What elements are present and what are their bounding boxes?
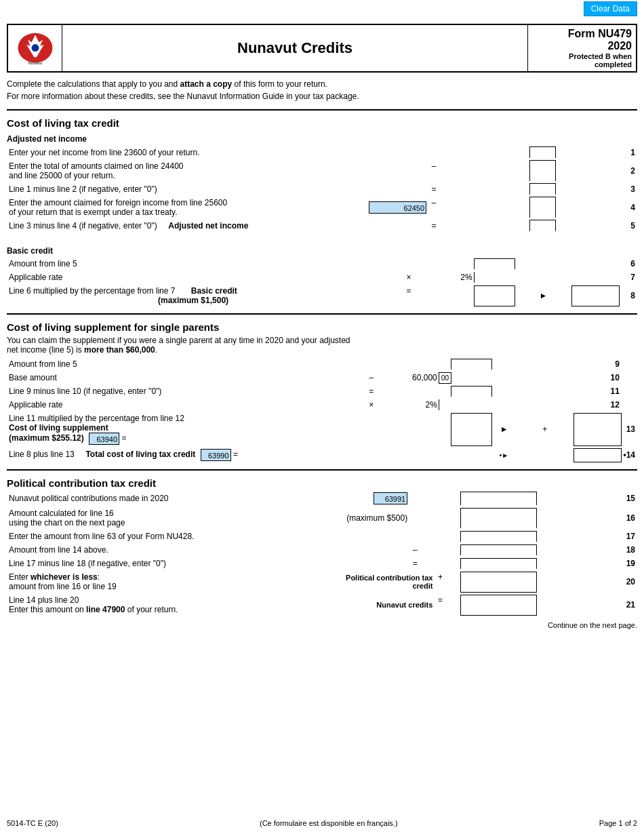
op-equals-8: = [404,285,414,296]
footer-form-code: 5014-TC E (20) [7,819,58,827]
op-minus: – [429,161,439,172]
table-row: Enter the amount from line 63 of your Fo… [7,531,637,542]
table-row: Line 1 minus line 2 (if negative, enter … [7,184,637,195]
footer-center: (Ce formulaire est disponible en françai… [260,819,398,827]
svg-point-2 [31,44,39,52]
table-row: Line 17 minus line 18 (if negative, ente… [7,558,637,569]
row11-label: Line 9 minus line 10 (if negative, enter… [7,386,298,397]
title-text: Nunavut Credits [237,39,353,57]
line-num-4: 4 [618,197,637,218]
line-num-5: 5 [618,220,637,231]
form-title: Nunavut Credits [62,25,527,71]
row12-label: Applicable rate [7,399,298,410]
table-row: Applicable rate × 2% 12 [7,399,637,410]
form-number-area: Form NU479 2020 Protected B when complet… [527,25,636,71]
political-contribution-table: Nunavut political contributions made in … [7,492,637,616]
line-num-9: 9 [574,359,622,370]
intro-line2: For more information about these credits… [7,90,637,102]
table-row: Base amount – 60,000 00 10 [7,372,637,383]
political-contribution-title: Political contribution tax credit [7,477,637,489]
table-row: Nunavut political contributions made in … [7,492,637,505]
form-footer: 5014-TC E (20) (Ce formulaire est dispon… [7,819,637,827]
op-equals-3: = [429,184,439,195]
table-row: Line 14 plus line 20 Enter this amount o… [7,595,637,615]
row1-label: Enter your net income from line 23600 of… [7,147,354,158]
table-row: Line 8 plus line 13 Total cost of living… [7,448,637,462]
op-equals-11: = [367,386,376,397]
line-num-16: 16 [624,508,637,528]
basic-credit-title: Basic credit [7,246,637,256]
row18-label: Amount from line 14 above. [7,544,335,555]
line-num-12: 12 [574,399,622,410]
table-row: Amount calculated for line 16using the c… [7,508,637,528]
row2-label: Enter the total of amounts claimed on li… [7,161,354,181]
line-num-17: 17 [624,531,637,542]
intro-section: Complete the calculations that apply to … [7,78,637,102]
single-parents-desc: You can claim the supplement if you were… [7,336,637,355]
continue-text: Continue on the next page. [7,621,637,629]
table-row: Line 3 minus line 4 (if negative, enter … [7,220,637,231]
single-parents-table: Amount from line 5 9 Base amount – 60,00… [7,359,637,462]
line-num-18: 18 [624,544,637,555]
form-number: Form NU479 2020 [568,28,632,52]
line-num-6: 6 [572,258,637,269]
logo-container: Nunavut [8,25,62,71]
line-num-1: 1 [618,147,637,158]
adjusted-net-income-title: Adjusted net income [7,134,637,144]
line-num-21: 21 [624,595,637,615]
line-num-3: 3 [618,184,637,195]
table-row: Enter the total of amounts claimed on li… [7,161,637,181]
protected-label: Protected B when completed [532,52,632,68]
footer-page: Page 1 of 2 [599,819,637,827]
row14-label: Line 8 plus line 13 Total cost of living… [7,448,298,462]
line-num-14: •14 [622,448,637,462]
table-row: Enter the amount claimed for foreign inc… [7,197,637,218]
clear-data-button[interactable]: Clear Data [584,1,637,16]
line-num-13: 13 [622,413,637,445]
op-plus-20: + [435,572,445,582]
row5-label: Line 3 minus line 4 (if negative, enter … [7,220,354,231]
field-63991[interactable]: 63991 [374,492,407,504]
line-num-10: 10 [574,372,622,383]
table-row: Line 11 multiplied by the percentage fro… [7,413,637,445]
row16-label: Amount calculated for line 16using the c… [7,508,335,528]
op-minus-4: – [429,197,439,208]
row17-label: Enter the amount from line 63 of your Fo… [7,531,335,542]
table-row: Enter your net income from line 23600 of… [7,147,637,158]
nunavut-logo: Nunavut [15,31,56,65]
row8-label: Line 6 multiplied by the percentage from… [7,285,336,306]
op-times-12: × [367,399,376,410]
row10-label: Base amount [7,372,298,383]
line-num-11: 11 [574,386,622,397]
table-row: Enter whichever is less: amount from lin… [7,572,637,592]
op-times-7: × [404,272,414,283]
table-row: Amount from line 5 9 [7,359,637,370]
row15-label: Nunavut political contributions made in … [7,492,335,505]
row9-label: Amount from line 5 [7,359,298,370]
op-equals-21: = [435,595,445,605]
line-num-20: 20 [624,572,637,592]
svg-text:Nunavut: Nunavut [28,61,42,65]
line-num-8: 8 [620,285,637,306]
table-row: Amount from line 5 6 [7,258,637,269]
basic-credit-table: Amount from line 5 6 Applicable rate × 2… [7,258,637,306]
form-header: Nunavut Nunavut Credits Form NU479 2020 … [7,24,637,73]
table-row: Line 6 multiplied by the percentage from… [7,285,637,306]
single-parents-title: Cost of living supplement for single par… [7,321,637,333]
row13-label: Line 11 multiplied by the percentage fro… [7,413,298,445]
row7-label: Applicable rate [7,272,336,283]
field-62450[interactable]: 62450 [369,201,426,214]
op-equals-5: = [429,220,439,231]
intro-line1: Complete the calculations that apply to … [7,78,637,90]
op-minus-18: – [410,544,420,555]
row20-label: Enter whichever is less: amount from lin… [7,572,335,592]
line-num-19: 19 [624,558,637,569]
op-minus-10: – [367,372,376,383]
line-num-2: 2 [618,161,637,181]
line-num-7: 7 [572,272,637,283]
table-row: Applicable rate × 2% 7 [7,272,637,283]
row4-label: Enter the amount claimed for foreign inc… [7,197,354,218]
op-equals-19: = [410,558,420,569]
line-num-15: 15 [624,492,637,505]
cost-of-living-title: Cost of living tax credit [7,117,637,129]
